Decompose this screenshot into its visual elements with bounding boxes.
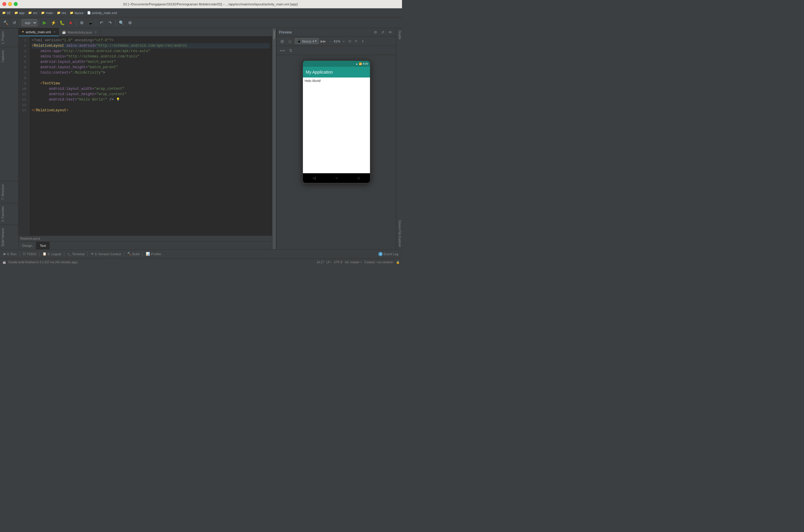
code-content[interactable]: <?xml version="1.0" encoding="utf-8"?> <… (29, 37, 272, 235)
debug-button[interactable]: ⚡ (50, 19, 57, 26)
sidebar-item-device-explorer[interactable]: Device File Explorer (396, 218, 402, 249)
bottom-tab-build[interactable]: 🔨 Build (126, 251, 141, 256)
run-button[interactable]: ▶ (41, 19, 49, 26)
phone-actionbar: My Application (303, 67, 370, 77)
preview-refresh-button[interactable]: ↺ (379, 29, 386, 36)
preview-settings-button[interactable]: ⚙ (372, 29, 379, 36)
redo-button[interactable]: ↷ (106, 19, 114, 26)
palette-label: Palette (273, 31, 276, 39)
sidebar-item-gradle[interactable]: Gradle (396, 28, 402, 42)
todo-icon: ☑ (23, 252, 26, 256)
terminal-icon: >_ (67, 252, 71, 256)
zoom-fit-button[interactable]: ⊡ (347, 39, 352, 44)
close-button[interactable] (2, 2, 6, 6)
vertical-arrows-button[interactable]: ⇅ (287, 47, 294, 54)
bottom-tab-todo[interactable]: ☑ TODO (22, 251, 37, 256)
bottom-tab-run[interactable]: ▶ 4: Run (2, 251, 18, 256)
tab-main-activity-java[interactable]: ☕ MainActivity.java ✕ (59, 28, 100, 36)
code-line-2: <RelativeLayout xmlns:android="http://sc… (32, 43, 270, 49)
vc-icon: ⑨ (91, 252, 94, 256)
bc-item-file[interactable]: 📄 activity_main.xml (87, 11, 117, 15)
sidebar-item-structure[interactable]: 7: Structure (0, 181, 18, 203)
code-line-13 (32, 102, 270, 108)
bottom-tab-logcat[interactable]: 📋 6: Logcat (41, 251, 62, 256)
horizontal-arrows-button[interactable]: ⟺ (279, 47, 285, 54)
tab-close-java[interactable]: ✕ (94, 31, 97, 34)
bottom-tab-version-control[interactable]: ⑨ 9: Version Control (90, 251, 122, 256)
arrow-right-icon: ▶▶ (321, 39, 326, 43)
android-icon: 🤖 (2, 261, 6, 264)
code-line-6: android:layout_height="match_parent" (32, 64, 270, 70)
bc-item-res[interactable]: 📁 res (57, 11, 66, 15)
minimize-button[interactable] (8, 2, 12, 6)
preview-controls: ⚙ ↺ 👁 (372, 29, 394, 36)
undo-button[interactable]: ↶ (98, 19, 105, 26)
tab-close-xml[interactable]: ✕ (53, 30, 56, 34)
home-nav-button[interactable]: ○ (336, 176, 338, 180)
avd-manager-button[interactable]: 📱 (87, 19, 94, 26)
chevron-down-icon: ▾ (315, 39, 317, 43)
sidebar-item-favorites[interactable]: 2: Favorites (0, 203, 18, 225)
titlebar: 02 [~/Documents/Pengajaran/18192/Pemrogr… (0, 0, 402, 8)
zoom-out-button[interactable]: − (328, 39, 333, 44)
bottom-tab-terminal[interactable]: >_ Terminal (66, 252, 86, 256)
phone-status-bar: ▲ 📶 8:00 (303, 61, 370, 67)
git-branch: Git: master ÷ (345, 261, 362, 264)
toolbar-separator (96, 20, 96, 26)
code-editor[interactable]: 1 2 3 4 5 6 7 8 9 10 11 12 13 14 <?xml v… (19, 37, 272, 235)
tab-text[interactable]: Text (36, 242, 50, 249)
stop-button[interactable]: ■ (67, 19, 75, 26)
zoom-in-button[interactable]: + (341, 39, 346, 44)
recents-nav-button[interactable]: □ (358, 176, 360, 180)
code-line-4: xmlns:tools="http://schemas.android.com/… (32, 54, 270, 59)
device-name: Nexus 4 (302, 39, 314, 43)
code-line-9: <TextView (32, 81, 270, 86)
bc-item-layout[interactable]: 📁 layout (70, 11, 83, 15)
logcat-icon: 📋 (42, 252, 47, 256)
settings-button[interactable]: ⚙ (126, 19, 134, 26)
preview-info-button[interactable]: ℹ (360, 39, 366, 44)
phone-content: Hello World! (303, 77, 370, 173)
bc-item-src[interactable]: 📁 src (28, 11, 37, 15)
code-line-14: </RelativeLayout> (32, 108, 270, 113)
sdk-manager-button[interactable]: ⚙ (78, 19, 86, 26)
bc-item-main[interactable]: 📁 main (41, 11, 53, 15)
module-selector[interactable]: app (22, 19, 37, 26)
line-separator: LF÷ (326, 261, 331, 264)
sidebar-item-project[interactable]: 1: Project (0, 28, 18, 47)
run-tab-icon: ▶ (4, 252, 6, 256)
folder-icon: 📁 (57, 11, 61, 15)
sidebar-item-captures[interactable]: Captures (0, 47, 18, 65)
maximize-button[interactable] (14, 2, 18, 6)
tab-design[interactable]: Design (19, 242, 36, 249)
profiler-icon: 📊 (146, 252, 150, 256)
hammer-button[interactable]: 🔨 (2, 19, 10, 26)
device-icon: 📱 (297, 39, 301, 43)
device-selector[interactable]: 📱 Nexus 4 ▾ (295, 38, 319, 44)
bc-item-app[interactable]: 📁 app (14, 11, 24, 15)
code-line-7: tools:context=".MainActivity"> (32, 70, 270, 75)
search-everywhere-button[interactable]: 🔍 (117, 19, 125, 26)
bottom-tab-profiler[interactable]: 📊 Profiler (145, 251, 163, 256)
sync-button[interactable]: ↺ (11, 19, 18, 26)
encoding-label: UTF-8 (334, 261, 342, 264)
preview-header: Preview ⚙ ↺ 👁 (277, 28, 396, 37)
layer-mode-button[interactable]: ⊞ (279, 38, 285, 44)
attach-button[interactable]: 🐛 (58, 19, 66, 26)
preview-eye-button[interactable]: 👁 (387, 29, 394, 36)
component-mode-button[interactable]: ◇ (286, 38, 293, 44)
back-nav-button[interactable]: ◁ (313, 176, 316, 180)
bottom-toolbar: ▶ 4: Run ☑ TODO 📋 6: Logcat >_ Terminal … (0, 249, 402, 258)
bc-item-02[interactable]: 📁 02 (2, 11, 11, 15)
toolbar-separator (20, 20, 20, 26)
bottom-tab-event-log[interactable]: 3 Event Log (377, 251, 399, 257)
sidebar-item-build-variants[interactable]: Build Variants (0, 225, 18, 249)
window-controls[interactable] (2, 2, 18, 6)
zoom-refresh-button[interactable]: ↺ (353, 39, 358, 44)
preview-panel: Preview ⚙ ↺ 👁 ⊞ ◇ 📱 Nexus 4 ▾ ▶▶ (276, 28, 396, 249)
bulb-icon: 💡 (116, 97, 120, 102)
phone-time: 8:00 (363, 62, 368, 65)
code-line-10: android:layout_width="wrap_content" (32, 86, 270, 92)
tab-activity-main-xml[interactable]: ✦ activity_main.xml ✕ (19, 28, 59, 36)
right-edge-panels: Gradle Device File Explorer (396, 28, 402, 249)
